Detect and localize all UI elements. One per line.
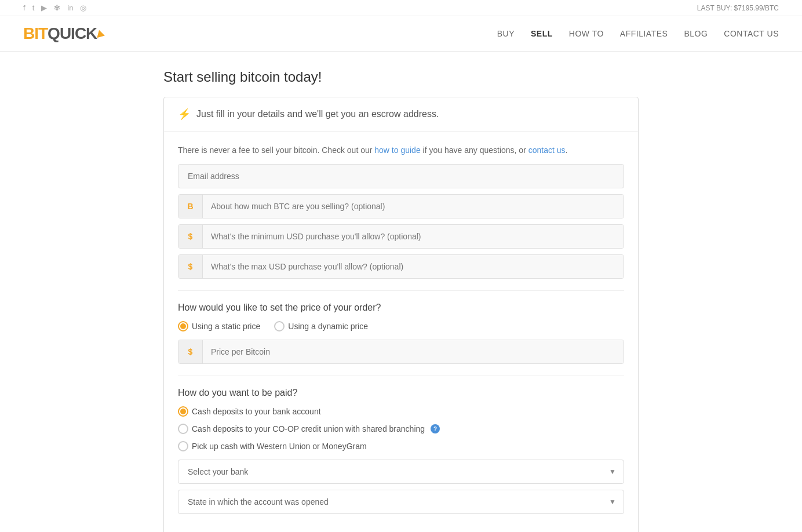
divider-2 xyxy=(178,376,624,376)
form-card: ⚡ Just fill in your details and we'll ge… xyxy=(163,97,639,532)
lightning-icon: ⚡ xyxy=(178,108,191,121)
payment-bank-label: Cash deposits to your bank account xyxy=(192,407,321,416)
price-radio-group: Using a static price Using a dynamic pri… xyxy=(178,321,624,331)
price-per-bitcoin-input[interactable] xyxy=(203,340,624,363)
bank-select[interactable]: Select your bank xyxy=(178,460,624,484)
dynamic-price-radio[interactable] xyxy=(274,321,285,331)
top-bar: f t ▶ ✾ in ◎ LAST BUY: $7195.99/BTC xyxy=(0,0,802,16)
card-header: ⚡ Just fill in your details and we'll ge… xyxy=(164,97,638,132)
dynamic-price-label: Using a dynamic price xyxy=(288,322,368,331)
payment-coop-radio[interactable] xyxy=(178,424,188,434)
contact-us-link[interactable]: contact us xyxy=(528,145,566,155)
btc-amount-input[interactable] xyxy=(203,195,624,218)
bank-select-wrapper: Select your bank ▼ xyxy=(178,460,624,484)
logo[interactable]: BITQUICK xyxy=(23,24,105,43)
linkedin-icon[interactable]: in xyxy=(67,3,73,12)
static-price-option[interactable]: Using a static price xyxy=(178,321,260,331)
payment-section-title: How do you want to be paid? xyxy=(178,388,624,398)
divider-1 xyxy=(178,290,624,291)
instagram-icon[interactable]: ◎ xyxy=(80,3,86,12)
youtube-icon[interactable]: ▶ xyxy=(41,3,47,12)
social-icons: f t ▶ ✾ in ◎ xyxy=(23,3,86,12)
payment-coop-option[interactable]: Cash deposits to your CO-OP credit union… xyxy=(178,424,624,434)
dynamic-price-option[interactable]: Using a dynamic price xyxy=(274,321,368,331)
max-usd-prefix-icon: $ xyxy=(178,255,203,278)
nav-blog[interactable]: BLOG xyxy=(684,29,708,38)
nav-contact[interactable]: CONTACT US xyxy=(724,29,779,38)
max-usd-input[interactable] xyxy=(203,255,624,278)
header: BITQUICK BUY SELL HOW TO AFFILIATES BLOG… xyxy=(0,16,802,52)
payment-bank-radio[interactable] xyxy=(178,406,188,417)
coop-info-icon[interactable]: ? xyxy=(431,424,440,433)
nav-sell[interactable]: SELL xyxy=(531,29,553,38)
payment-radio-group: Cash deposits to your bank account Cash … xyxy=(178,406,624,451)
btc-input-group: B xyxy=(178,194,624,218)
logo-bit: BIT xyxy=(23,24,48,43)
static-price-radio[interactable] xyxy=(178,321,188,331)
min-usd-input[interactable] xyxy=(203,225,624,248)
fee-text: There is never a fee to sell your bitcoi… xyxy=(178,145,624,155)
max-usd-input-group: $ xyxy=(178,254,624,279)
email-input[interactable] xyxy=(178,164,624,188)
payment-wu-radio[interactable] xyxy=(178,441,188,451)
card-header-text: Just fill in your details and we'll get … xyxy=(196,109,439,119)
price-section-title: How would you like to set the price of y… xyxy=(178,303,624,313)
nav-affiliates[interactable]: AFFILIATES xyxy=(620,29,668,38)
min-usd-prefix-icon: $ xyxy=(178,225,203,248)
how-to-guide-link[interactable]: how to guide xyxy=(374,145,420,155)
static-price-label: Using a static price xyxy=(192,322,260,331)
payment-wu-label: Pick up cash with Western Union or Money… xyxy=(192,442,367,451)
price-btc-input-group: $ xyxy=(178,340,624,364)
state-select-wrapper: State in which the account was opened ▼ xyxy=(178,490,624,514)
card-body: There is never a fee to sell your bitcoi… xyxy=(164,132,638,532)
nav-buy[interactable]: BUY xyxy=(497,29,515,38)
min-usd-input-group: $ xyxy=(178,224,624,249)
main-content: Start selling bitcoin today! ⚡ Just fill… xyxy=(140,52,662,532)
state-select[interactable]: State in which the account was opened xyxy=(178,490,624,514)
logo-quick: QUICK xyxy=(48,24,97,43)
last-buy-text: LAST BUY: $7195.99/BTC xyxy=(697,4,779,12)
btc-prefix-icon: B xyxy=(178,195,203,218)
nav-howto[interactable]: HOW TO xyxy=(569,29,604,38)
payment-coop-label: Cash deposits to your CO-OP credit union… xyxy=(192,424,425,433)
price-btc-prefix-icon: $ xyxy=(178,340,203,363)
payment-bank-option[interactable]: Cash deposits to your bank account xyxy=(178,406,624,417)
logo-arrow-icon xyxy=(97,30,106,40)
main-nav: BUY SELL HOW TO AFFILIATES BLOG CONTACT … xyxy=(497,29,779,38)
rss-icon[interactable]: ✾ xyxy=(54,3,60,12)
facebook-icon[interactable]: f xyxy=(23,3,25,12)
twitter-icon[interactable]: t xyxy=(32,3,35,12)
payment-wu-option[interactable]: Pick up cash with Western Union or Money… xyxy=(178,441,624,451)
page-title: Start selling bitcoin today! xyxy=(163,69,639,85)
